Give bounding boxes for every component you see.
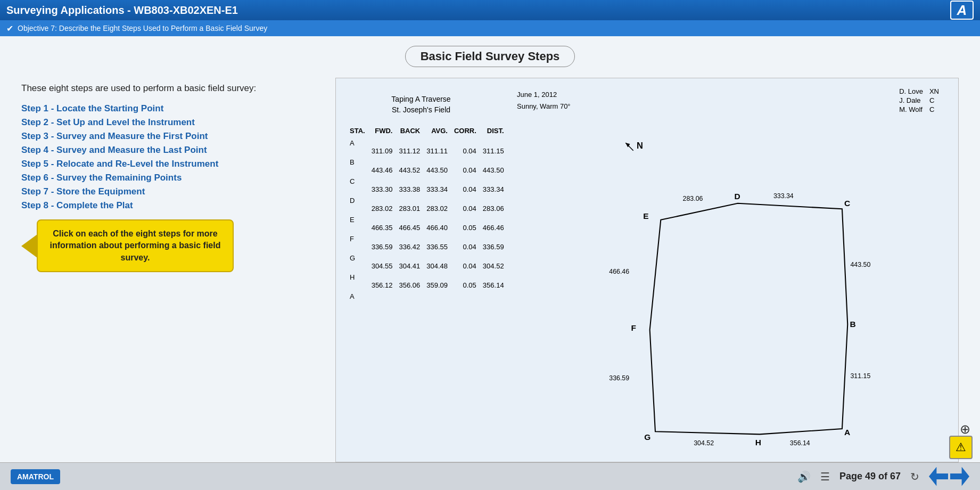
point-E-label: E xyxy=(643,211,648,220)
point-F-label: F xyxy=(631,323,636,332)
meas-D-C: 333.34 xyxy=(773,192,794,200)
menu-icon[interactable]: ☰ xyxy=(820,470,830,483)
point-C-label: C xyxy=(844,199,850,208)
crew-code-2: C xyxy=(926,96,942,105)
step-1[interactable]: Step 1 - Locate the Starting Point xyxy=(21,103,319,114)
step-4[interactable]: Step 4 - Survey and Measure the Last Poi… xyxy=(21,145,319,156)
table-row: 311.09 311.12 311.11 0.04 311.15 xyxy=(347,147,507,155)
point-G-label: G xyxy=(644,432,650,442)
point-D-label: D xyxy=(735,192,740,201)
tooltip-wrapper: Click on each of the eight steps for mor… xyxy=(21,219,319,272)
table-row: 304.55 304.41 304.48 0.04 304.52 xyxy=(347,262,507,270)
tooltip-arrow xyxy=(21,234,37,258)
crew-info: D. Love XN J. Dale C M. Wolf C xyxy=(896,87,942,114)
page-title: Basic Field Survey Steps xyxy=(405,46,575,67)
col-avg: AVG. xyxy=(423,126,451,136)
meas-H-G: 304.52 xyxy=(694,439,714,447)
table-row: 283.02 283.01 283.02 0.04 283.06 xyxy=(347,205,507,213)
crew-name-3: M. Wolf xyxy=(896,105,926,114)
step-5[interactable]: Step 5 - Relocate and Re-Level the Instr… xyxy=(21,159,319,169)
app-header: Surveying Applications - WB803-XB02XEN-E… xyxy=(0,0,980,20)
point-H-label: H xyxy=(755,438,761,447)
app-title: Surveying Applications - WB803-XB02XEN-E… xyxy=(6,4,238,17)
crew-name-1: D. Love xyxy=(896,87,926,96)
footer-controls: 🔊 ☰ Page 49 of 67 ↻ xyxy=(797,467,969,486)
table-row: A xyxy=(347,136,507,147)
point-A-label: A xyxy=(844,428,850,437)
table-row: F xyxy=(347,232,507,243)
traverse-polygon xyxy=(650,203,848,435)
step-7[interactable]: Step 7 - Store the Equipment xyxy=(21,186,319,197)
content-area: These eight steps are used to perform a … xyxy=(0,72,980,462)
table-row: E xyxy=(347,213,507,224)
page-info: Page 49 of 67 xyxy=(839,471,901,482)
meas-B-A: 311.15 xyxy=(850,372,870,380)
objective-text: Objective 7: Describe the Eight Steps Us… xyxy=(18,24,267,32)
footer-logo: AMATROL xyxy=(11,469,60,484)
table-row: 333.30 333.38 333.34 0.04 333.34 xyxy=(347,185,507,193)
tooltip-text: Click on each of the eight steps for mor… xyxy=(50,229,221,262)
north-arrow: N xyxy=(625,141,643,151)
table-row: D xyxy=(347,193,507,205)
point-B-label: B xyxy=(850,320,855,329)
page-title-container: Basic Field Survey Steps xyxy=(0,46,980,67)
col-fwd: FWD. xyxy=(368,126,396,136)
step-6[interactable]: Step 6 - Survey the Remaining Points xyxy=(21,173,319,183)
left-panel: These eight steps are used to perform a … xyxy=(21,72,319,462)
crew-name-2: J. Dale xyxy=(896,96,926,105)
footer: AMATROL 🔊 ☰ Page 49 of 67 ↻ ⚠ ⊕ xyxy=(0,462,980,490)
warning-button[interactable]: ⚠ xyxy=(949,436,973,459)
table-row: 356.12 356.06 359.09 0.05 356.14 xyxy=(347,281,507,289)
table-row: 443.46 443.52 443.50 0.04 443.50 xyxy=(347,166,507,174)
table-row: B xyxy=(347,155,507,166)
col-sta: STA. xyxy=(347,126,368,136)
taping-title: Taping A Traverse St. Joseph's Field xyxy=(347,94,496,115)
meas-A-H: 356.14 xyxy=(790,439,810,447)
nav-arrows xyxy=(929,467,969,486)
svg-text:N: N xyxy=(637,141,643,150)
table-row: 336.59 336.42 336.55 0.04 336.59 xyxy=(347,243,507,251)
check-icon: ✔ xyxy=(6,23,13,34)
steps-list: Step 1 - Locate the Starting Point Step … xyxy=(21,103,319,211)
survey-area: Taping A Traverse St. Joseph's Field STA… xyxy=(335,78,959,462)
zoom-button[interactable]: ⊕ xyxy=(960,422,970,437)
refresh-icon[interactable]: ↻ xyxy=(910,470,919,483)
table-row: G xyxy=(347,251,507,262)
survey-diagram: N E D C B A H G F xyxy=(506,121,958,462)
step-3[interactable]: Step 3 - Survey and Measure the First Po… xyxy=(21,131,319,142)
nav-prev-button[interactable] xyxy=(929,467,948,486)
intro-text: These eight steps are used to perform a … xyxy=(21,83,319,94)
audio-icon[interactable]: 🔊 xyxy=(797,470,811,483)
meas-F-E: 466.46 xyxy=(609,268,629,275)
table-row: C xyxy=(347,174,507,185)
right-panel: Taping A Traverse St. Joseph's Field STA… xyxy=(319,72,959,462)
main-content: Basic Field Survey Steps These eight ste… xyxy=(0,36,980,462)
tooltip-box: Click on each of the eight steps for mor… xyxy=(37,219,234,272)
step-2[interactable]: Step 2 - Set Up and Level the Instrument xyxy=(21,117,319,128)
diagram-section: June 1, 2012 Sunny, Warm 70° D. Love XN … xyxy=(506,78,958,462)
table-row: A xyxy=(347,289,507,300)
objective-bar: ✔ Objective 7: Describe the Eight Steps … xyxy=(0,20,980,36)
crew-code-3: C xyxy=(926,105,942,114)
survey-info: June 1, 2012 Sunny, Warm 70° xyxy=(517,89,571,112)
meas-C-B: 443.50 xyxy=(850,261,870,268)
table-row: H xyxy=(347,270,507,281)
col-dist: DIST. xyxy=(480,126,507,136)
step-8[interactable]: Step 8 - Complete the Plat xyxy=(21,200,319,211)
col-corr: CORR. xyxy=(451,126,480,136)
app-logo: A xyxy=(950,1,974,20)
survey-table: STA. FWD. BACK AVG. CORR. DIST. A xyxy=(347,126,507,300)
crew-code-1: XN xyxy=(926,87,942,96)
table-row: 466.35 466.45 466.40 0.05 466.46 xyxy=(347,224,507,232)
nav-next-button[interactable] xyxy=(950,467,969,486)
table-section: Taping A Traverse St. Joseph's Field STA… xyxy=(336,78,506,462)
meas-E-D: 283.06 xyxy=(683,195,703,202)
meas-G-F: 336.59 xyxy=(609,374,629,382)
col-back: BACK xyxy=(396,126,423,136)
